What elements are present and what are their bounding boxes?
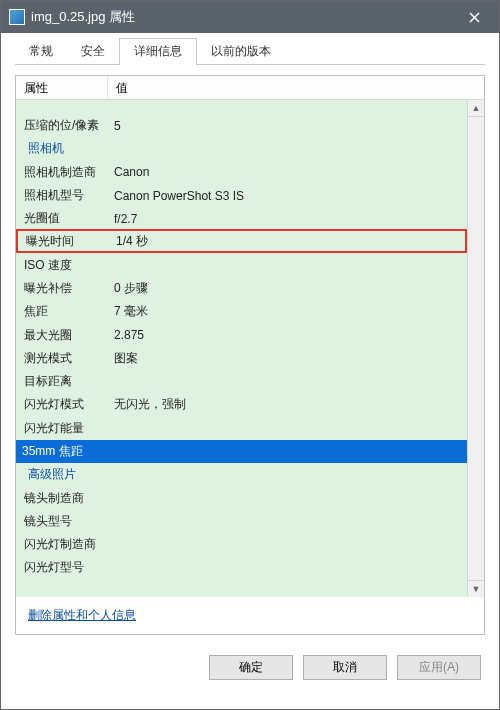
tab-security[interactable]: 安全 xyxy=(67,39,119,65)
property-label: 照相机型号 xyxy=(16,187,108,204)
property-value: f/2.7 xyxy=(108,212,467,226)
properties-list: ▲ ▼ 压缩的位/像素5照相机照相机制造商Canon照相机型号Canon Pow… xyxy=(16,100,484,597)
property-value: 5 xyxy=(108,119,467,133)
property-row[interactable]: 最大光圈2.875 xyxy=(16,323,467,346)
titlebar: img_0.25.jpg 属性 xyxy=(1,1,499,33)
file-icon xyxy=(9,9,25,25)
property-row[interactable]: 照相机型号Canon PowerShot S3 IS xyxy=(16,184,467,207)
property-label: 闪光灯制造商 xyxy=(16,536,108,553)
property-row[interactable]: 测光模式图案 xyxy=(16,347,467,370)
property-label: 闪光灯型号 xyxy=(16,559,108,576)
property-label: 闪光灯模式 xyxy=(16,396,108,413)
header-value[interactable]: 值 xyxy=(108,76,484,99)
remove-properties-link[interactable]: 删除属性和个人信息 xyxy=(28,608,136,622)
property-label: 曝光时间 xyxy=(18,233,110,250)
property-row[interactable]: 曝光补偿0 步骤 xyxy=(16,277,467,300)
property-label: 镜头型号 xyxy=(16,513,108,530)
property-row[interactable]: 照相机制造商Canon xyxy=(16,161,467,184)
scrollbar[interactable]: ▲ ▼ xyxy=(467,100,484,597)
property-label: 曝光补偿 xyxy=(16,280,108,297)
property-row[interactable]: 闪光灯型号 xyxy=(16,556,467,579)
property-row[interactable]: 曝光时间1/4 秒 xyxy=(16,229,467,253)
cancel-button[interactable]: 取消 xyxy=(303,655,387,680)
property-label: 焦距 xyxy=(16,303,108,320)
property-value: Canon PowerShot S3 IS xyxy=(108,189,467,203)
property-label: 照相机 xyxy=(16,140,108,157)
property-row[interactable] xyxy=(16,100,467,114)
property-row[interactable]: 闪光灯能量 xyxy=(16,417,467,440)
details-panel: 属性 值 ▲ ▼ 压缩的位/像素5照相机照相机制造商Canon照相机型号Cano… xyxy=(15,75,485,635)
property-row[interactable]: 光圈值f/2.7 xyxy=(16,207,467,230)
property-value: 无闪光，强制 xyxy=(108,396,467,413)
close-button[interactable] xyxy=(453,1,495,33)
section-header[interactable]: 高级照片 xyxy=(16,463,467,486)
column-header[interactable]: 属性 值 xyxy=(16,76,484,100)
property-row[interactable]: 镜头型号 xyxy=(16,510,467,533)
property-label: 压缩的位/像素 xyxy=(16,117,108,134)
property-label: 最大光圈 xyxy=(16,327,108,344)
tab-details[interactable]: 详细信息 xyxy=(119,38,197,66)
property-label: 目标距离 xyxy=(16,373,108,390)
scroll-up-icon[interactable]: ▲ xyxy=(468,100,484,117)
property-label: 35mm 焦距 xyxy=(16,443,91,460)
property-label: 光圈值 xyxy=(16,210,108,227)
property-row[interactable]: 35mm 焦距 xyxy=(16,440,467,463)
property-row[interactable]: 焦距7 毫米 xyxy=(16,300,467,323)
section-header[interactable]: 照相机 xyxy=(16,137,467,160)
scroll-down-icon[interactable]: ▼ xyxy=(468,580,484,597)
header-property[interactable]: 属性 xyxy=(16,76,108,99)
property-label: 测光模式 xyxy=(16,350,108,367)
ok-button[interactable]: 确定 xyxy=(209,655,293,680)
property-label: 镜头制造商 xyxy=(16,490,108,507)
apply-button[interactable]: 应用(A) xyxy=(397,655,481,680)
property-label: 闪光灯能量 xyxy=(16,420,108,437)
link-row: 删除属性和个人信息 xyxy=(16,597,484,634)
property-label: 照相机制造商 xyxy=(16,164,108,181)
property-row[interactable]: ISO 速度 xyxy=(16,253,467,276)
property-label: ISO 速度 xyxy=(16,257,108,274)
property-value: Canon xyxy=(108,165,467,179)
dialog-buttons: 确定 取消 应用(A) xyxy=(1,641,499,694)
tab-previous-versions[interactable]: 以前的版本 xyxy=(197,39,285,65)
property-row[interactable]: 闪光灯制造商 xyxy=(16,533,467,556)
property-row[interactable]: 压缩的位/像素5 xyxy=(16,114,467,137)
tab-general[interactable]: 常规 xyxy=(15,39,67,65)
property-label: 高级照片 xyxy=(16,466,108,483)
property-value: 1/4 秒 xyxy=(110,233,465,250)
property-value: 0 步骤 xyxy=(108,280,467,297)
property-value: 7 毫米 xyxy=(108,303,467,320)
property-row[interactable]: 镜头制造商 xyxy=(16,486,467,509)
close-icon xyxy=(469,12,480,23)
window-title: img_0.25.jpg 属性 xyxy=(31,8,453,26)
property-value: 图案 xyxy=(108,350,467,367)
property-row[interactable]: 目标距离 xyxy=(16,370,467,393)
property-row[interactable]: 闪光灯模式无闪光，强制 xyxy=(16,393,467,416)
property-value: 2.875 xyxy=(108,328,467,342)
tab-strip: 常规 安全 详细信息 以前的版本 xyxy=(1,33,499,65)
